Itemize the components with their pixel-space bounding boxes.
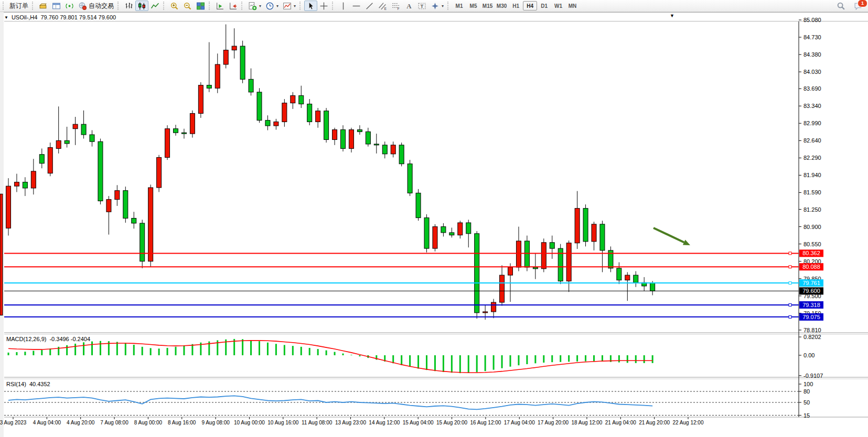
candle (508, 267, 513, 275)
candle (333, 130, 337, 140)
level-handle[interactable] (789, 252, 791, 255)
trend-arrow[interactable] (653, 228, 684, 242)
macd-indicator-values: -0.3496 -0.2404 (49, 336, 90, 342)
price-tick-label: 85.080 (803, 17, 821, 23)
candle (449, 233, 454, 235)
candle (299, 95, 304, 104)
candle (374, 144, 379, 145)
macd-panel-label: MACD(12,26,9) -0.3496 -0.2404 (6, 336, 90, 342)
candle (190, 113, 195, 134)
candle (382, 145, 387, 154)
price-tick-label: 82.290 (803, 155, 821, 161)
candle (282, 103, 287, 122)
candle (115, 191, 120, 200)
time-tick-label: 17 Aug 04:00 (504, 420, 535, 425)
time-tick-label: 11 Aug 08:00 (302, 420, 333, 425)
candle (123, 191, 128, 218)
candle (106, 200, 111, 212)
time-tick-label: 10 Aug 16:00 (267, 420, 298, 425)
macd-axis-label: 0.8202 (803, 334, 821, 340)
price-tick-label: 82.640 (803, 137, 821, 144)
macd-signal-line (8, 341, 652, 373)
price-tick-label: 80.900 (803, 224, 821, 230)
candle (56, 140, 61, 148)
time-tick-label: 8 Aug 00:00 (134, 420, 163, 425)
price-tick-label: 78.810 (803, 327, 821, 333)
time-tick-label: 7 Aug 08:00 (100, 420, 128, 425)
candle (157, 157, 162, 188)
time-tick-label: 21 Aug 04:00 (605, 420, 636, 425)
candle (424, 218, 429, 249)
candle (240, 46, 245, 79)
chart-menu-caret-icon[interactable]: ▼ (4, 15, 8, 20)
time-tick-label: 4 Aug 04:00 (33, 420, 61, 425)
level-handle[interactable] (789, 282, 791, 285)
candle (140, 223, 145, 261)
candle (458, 223, 463, 235)
rsi-indicator-name: RSI(14) (6, 381, 26, 387)
candle (215, 64, 220, 88)
candle (98, 141, 103, 201)
candle (524, 241, 529, 267)
candle (257, 92, 262, 121)
level-handle[interactable] (789, 266, 791, 268)
candle (625, 275, 630, 280)
candle (483, 312, 488, 313)
time-tick-label: 9 Aug 08:00 (201, 420, 230, 425)
price-tick-label: 83.690 (803, 85, 821, 92)
candle (65, 140, 69, 144)
level-price-label: 79.075 (802, 314, 820, 320)
candle-clipped (0, 194, 3, 315)
price-tick-label: 80.550 (803, 241, 821, 247)
rsi-axis-label: 100 (803, 381, 813, 387)
price-tick-label: 84.380 (803, 51, 821, 58)
price-tick-label: 82.990 (803, 120, 821, 126)
candle (491, 302, 496, 312)
price-tick-label: 84.730 (803, 34, 821, 40)
candle (132, 218, 136, 223)
level-handle[interactable] (789, 315, 791, 318)
candle (223, 50, 228, 64)
macd-axis-label: -0.9107 (803, 373, 823, 379)
time-tick-label: 16 Aug 12:00 (470, 420, 501, 425)
candle (566, 243, 571, 281)
candle (181, 133, 186, 134)
time-tick-label: 3 Aug 2023 (0, 420, 27, 425)
candle (265, 121, 270, 126)
chart-titlebar: ▼ USOil-,H4 79.760 79.801 79.514 79.600 (4, 13, 116, 21)
candle (274, 122, 278, 126)
level-price-label: 79.761 (802, 280, 820, 286)
candle (416, 193, 421, 217)
candle (90, 135, 94, 141)
time-tick-label: 22 Aug 12:00 (673, 420, 704, 425)
time-tick-label: 10 Aug 00:00 (234, 420, 265, 425)
chart-canvas[interactable]: 85.08084.73084.38084.03083.69083.34082.9… (0, 0, 868, 437)
candle (466, 223, 471, 234)
chart-object-caret-icon[interactable]: ▼ (670, 13, 674, 18)
candle (23, 182, 27, 188)
candle (349, 130, 353, 149)
candle (533, 267, 538, 269)
candle (441, 227, 446, 233)
candle (617, 268, 621, 280)
candle (174, 129, 178, 133)
candle (165, 129, 170, 158)
level-price-label: 79.318 (802, 302, 820, 308)
level-price-label: 80.088 (802, 264, 820, 270)
candle (31, 171, 36, 188)
macd-axis-label: 0.00 (803, 352, 815, 358)
candle (516, 241, 521, 267)
candle (316, 111, 320, 122)
rsi-axis-label: 80 (803, 388, 810, 395)
time-tick-label: 18 Aug 12:00 (571, 420, 602, 425)
rsi-indicator-value: 40.4352 (29, 381, 50, 387)
candle (634, 275, 638, 282)
price-tick-label: 81.250 (803, 206, 821, 213)
candle (48, 148, 52, 173)
level-handle[interactable] (789, 303, 791, 306)
candle (600, 224, 605, 250)
price-tick-label: 84.030 (803, 69, 821, 75)
time-tick-label: 4 Aug 20:00 (67, 420, 95, 425)
candle (592, 224, 596, 242)
price-tick-label: 81.940 (803, 172, 821, 178)
